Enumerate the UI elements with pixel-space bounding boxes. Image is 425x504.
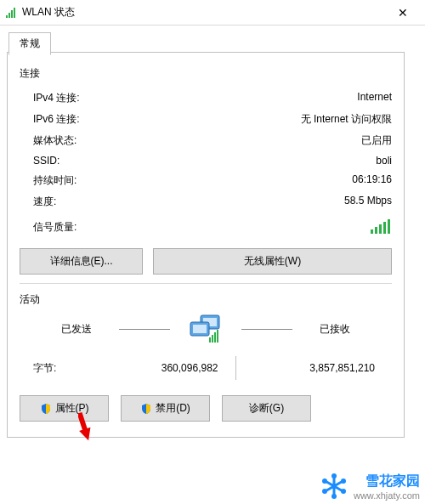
- ipv6-value: 无 Internet 访问权限: [301, 112, 392, 127]
- divider: [20, 283, 392, 284]
- row-ssid: SSID: boli: [20, 151, 392, 170]
- svg-rect-0: [6, 15, 8, 18]
- details-button[interactable]: 详细信息(E)...: [20, 248, 143, 275]
- svg-rect-12: [193, 325, 207, 333]
- tab-general[interactable]: 常规: [8, 32, 51, 55]
- svg-rect-2: [11, 10, 13, 18]
- dialog-client: 常规 连接 IPv4 连接: Internet IPv6 连接: 无 Inter…: [7, 29, 405, 462]
- ssid-value: boli: [376, 155, 392, 167]
- wireless-label: 无线属性(W): [244, 254, 301, 269]
- duration-value: 06:19:16: [352, 173, 392, 188]
- shield-icon: [140, 403, 152, 415]
- diagnose-button[interactable]: 诊断(G): [222, 395, 311, 422]
- svg-rect-1: [8, 13, 10, 18]
- svg-rect-3: [14, 8, 15, 18]
- watermark-name: 雪花家园: [354, 473, 420, 490]
- ssid-label: SSID:: [33, 155, 60, 167]
- bytes-received-value: 3,857,851,210: [236, 362, 393, 374]
- wireless-properties-button[interactable]: 无线属性(W): [153, 248, 392, 275]
- details-label: 详细信息(E)...: [50, 254, 113, 269]
- connection-buttons: 详细信息(E)... 无线属性(W): [20, 248, 392, 275]
- signal-label: 信号质量:: [33, 220, 76, 235]
- tab-panel: 连接 IPv4 连接: Internet IPv6 连接: 无 Internet…: [7, 53, 405, 438]
- svg-rect-14: [212, 335, 213, 343]
- window-title: WLAN 状态: [22, 5, 386, 20]
- wifi-bars-icon: [5, 7, 17, 19]
- close-button[interactable]: ✕: [386, 6, 420, 20]
- svg-rect-5: [375, 227, 377, 234]
- ipv4-value: Internet: [357, 91, 392, 105]
- dash-left: [119, 329, 170, 330]
- dash-right: [241, 329, 292, 330]
- row-ipv4: IPv4 连接: Internet: [20, 88, 392, 109]
- bytes-label: 字节:: [20, 361, 79, 376]
- properties-label: 属性(P): [55, 401, 89, 416]
- row-speed: 速度: 58.5 Mbps: [20, 191, 392, 212]
- row-duration: 持续时间: 06:19:16: [20, 170, 392, 191]
- titlebar: WLAN 状态 ✕: [0, 0, 425, 25]
- computers-icon: [187, 314, 224, 344]
- watermark-url: www.xhjaty.com: [354, 490, 420, 501]
- svg-rect-4: [371, 229, 373, 234]
- properties-button[interactable]: 属性(P): [20, 395, 109, 422]
- row-media: 媒体状态: 已启用: [20, 130, 392, 151]
- diagnose-label: 诊断(G): [249, 401, 284, 416]
- sent-label: 已发送: [51, 322, 102, 337]
- svg-rect-7: [383, 222, 386, 234]
- bytes-sent-value: 360,096,982: [79, 362, 235, 374]
- svg-rect-8: [388, 219, 390, 234]
- shield-icon: [40, 403, 52, 415]
- duration-label: 持续时间:: [33, 173, 76, 188]
- svg-rect-15: [214, 332, 216, 343]
- watermark-text: 雪花家园 www.xhjaty.com: [354, 473, 420, 501]
- section-activity: 活动: [20, 292, 392, 307]
- svg-rect-13: [209, 337, 211, 343]
- section-connection: 连接: [20, 66, 392, 81]
- signal-bars-icon: [370, 218, 392, 235]
- svg-rect-6: [379, 224, 382, 234]
- disable-button[interactable]: 禁用(D): [121, 395, 210, 422]
- ipv4-label: IPv4 连接:: [33, 91, 80, 105]
- speed-value: 58.5 Mbps: [344, 195, 392, 209]
- row-signal: 信号质量:: [20, 212, 392, 240]
- media-value: 已启用: [361, 133, 392, 148]
- disable-label: 禁用(D): [156, 401, 190, 416]
- tab-strip: 常规: [7, 29, 405, 53]
- ipv6-label: IPv6 连接:: [33, 112, 80, 127]
- media-label: 媒体状态:: [33, 133, 76, 148]
- svg-rect-16: [217, 330, 218, 343]
- footer-buttons: 属性(P) 禁用(D) 诊断(G): [20, 395, 392, 422]
- speed-label: 速度:: [33, 195, 56, 209]
- row-ipv6: IPv6 连接: 无 Internet 访问权限: [20, 109, 392, 130]
- snowflake-icon: [320, 472, 348, 501]
- activity-header: 已发送 已接收: [20, 314, 392, 344]
- received-label: 已接收: [309, 322, 360, 337]
- bytes-row: 字节: 360,096,982 3,857,851,210: [20, 356, 392, 380]
- watermark: 雪花家园 www.xhjaty.com: [320, 472, 420, 501]
